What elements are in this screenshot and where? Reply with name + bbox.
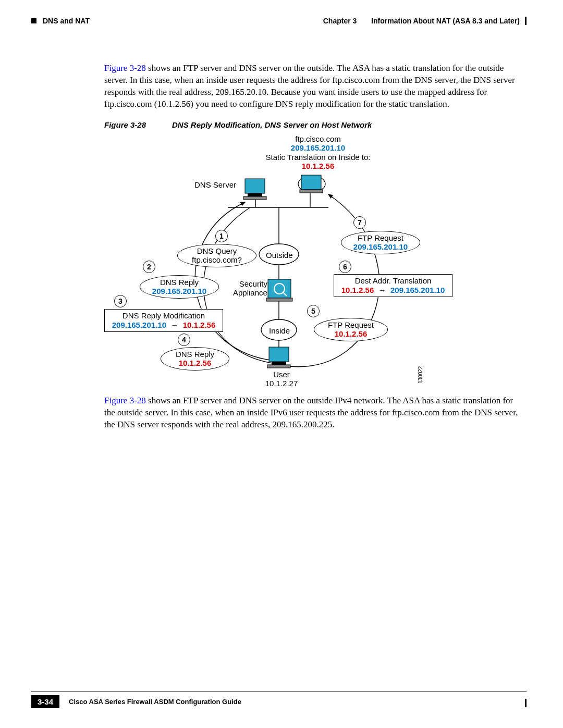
header-section: DNS and NAT <box>43 17 90 25</box>
outside-label: Outside <box>266 251 293 260</box>
figure-number: Figure 3-28 <box>104 120 146 129</box>
figure-link[interactable]: Figure 3-28 <box>104 396 146 405</box>
diagram-image-id: 130022 <box>417 366 424 384</box>
step-1-bubble: DNS Query ftp.cisco.com? <box>177 244 256 267</box>
paragraph-2: Figure 3-28 shows an FTP server and DNS … <box>104 395 521 431</box>
step-6-marker: 6 <box>339 261 351 273</box>
svg-rect-12 <box>243 196 266 200</box>
svg-rect-10 <box>245 179 265 193</box>
step-6-box: Dest Addr. Translation 10.1.2.56 → 209.1… <box>334 274 452 297</box>
svg-rect-15 <box>268 279 291 298</box>
page-footer: 3-34 Cisco ASA Series Firewall ASDM Conf… <box>31 692 527 708</box>
figure-title: DNS Reply Modification, DNS Server on Ho… <box>172 120 372 129</box>
svg-rect-18 <box>266 298 292 301</box>
footer-bar-icon <box>525 699 527 707</box>
svg-rect-21 <box>267 365 290 368</box>
figure-caption: Figure 3-28DNS Reply Modification, DNS S… <box>104 120 521 130</box>
svg-rect-19 <box>269 347 289 362</box>
step-4-marker: 4 <box>178 334 190 346</box>
step-2-bubble: DNS Reply 209.165.201.10 <box>140 275 219 299</box>
step-1-marker: 1 <box>215 230 228 242</box>
svg-rect-11 <box>248 193 262 196</box>
page-number: 3-34 <box>31 695 59 708</box>
svg-rect-20 <box>272 362 286 365</box>
svg-rect-14 <box>300 190 323 193</box>
paragraph-1-text: shows an FTP server and DNS server on th… <box>104 63 515 109</box>
network-diagram: ftp.cisco.com 209.165.201.10 Static Tran… <box>104 134 521 390</box>
guide-title: Cisco ASA Series Firewall ASDM Configura… <box>69 698 241 706</box>
figure-link[interactable]: Figure 3-28 <box>104 63 146 73</box>
page-body: Figure 3-28 shows an FTP server and DNS … <box>104 63 521 440</box>
step-2-marker: 2 <box>143 261 155 273</box>
header-bar-icon <box>525 17 527 25</box>
header-title: Information About NAT (ASA 8.3 and Later… <box>371 17 520 25</box>
dns-server-label: DNS Server <box>194 180 236 189</box>
step-5-bubble: FTP Request 10.1.2.56 <box>314 318 388 341</box>
step-3-box: DNS Reply Modification 209.165.201.10 → … <box>104 309 223 332</box>
user-label: User 10.1.2.27 <box>261 370 302 388</box>
security-appliance-label: Security Appliance <box>233 279 267 298</box>
step-7-bubble: FTP Request 209.165.201.10 <box>341 231 420 254</box>
step-5-marker: 5 <box>307 305 320 317</box>
step-7-marker: 7 <box>353 216 366 229</box>
header-bullet-icon <box>31 18 36 23</box>
svg-rect-13 <box>301 175 321 190</box>
page-header: DNS and NAT Chapter 3 Information About … <box>31 17 527 25</box>
header-chapter: Chapter 3 <box>323 17 357 25</box>
ftp-host-label: ftp.cisco.com 209.165.201.10 Static Tran… <box>261 134 375 170</box>
inside-label: Inside <box>269 326 290 335</box>
paragraph-1: Figure 3-28 shows an FTP server and DNS … <box>104 63 521 110</box>
step-3-marker: 3 <box>114 295 127 307</box>
step-4-bubble: DNS Reply 10.1.2.56 <box>161 347 229 371</box>
paragraph-2-text: shows an FTP server and DNS server on th… <box>104 396 518 429</box>
